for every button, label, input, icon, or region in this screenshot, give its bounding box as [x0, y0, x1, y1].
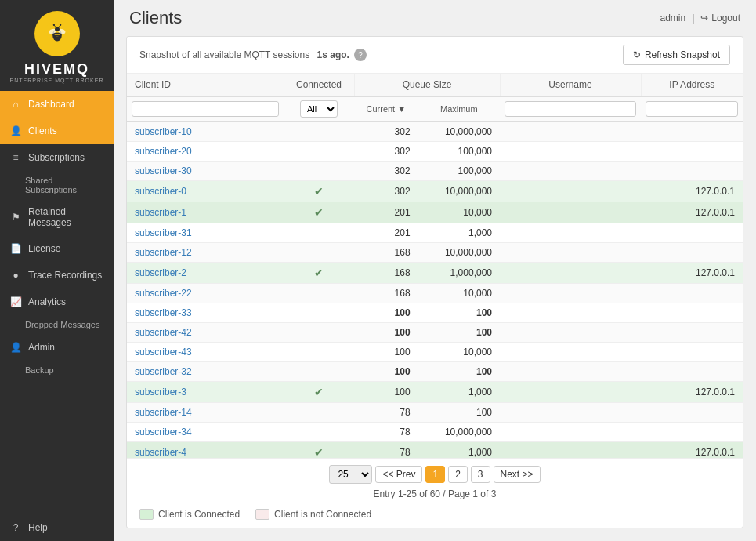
- cell-maximum: 10,000: [418, 343, 500, 362]
- cell-maximum: 1,000: [418, 442, 500, 459]
- cell-client-id[interactable]: subscriber-3: [127, 382, 284, 403]
- cell-ip: [641, 323, 743, 343]
- cell-maximum: 100: [418, 362, 500, 382]
- sidebar-item-admin[interactable]: 👤 Admin: [0, 334, 114, 361]
- table-row: subscriber-312011,000: [127, 223, 743, 243]
- table-filter-row: All Yes No Current ▼ Maximum: [127, 96, 743, 122]
- sidebar-item-backup[interactable]: Backup: [0, 361, 114, 379]
- table-row: subscriber-2✔1681,000,000127.0.0.1: [127, 263, 743, 284]
- sidebar-item-trace-recordings[interactable]: ● Trace Recordings: [0, 262, 114, 289]
- cell-maximum: 100,000: [418, 142, 500, 162]
- logout-icon: ↪: [700, 13, 708, 24]
- connected-filter-select[interactable]: All Yes No: [300, 100, 338, 118]
- cell-client-id[interactable]: subscriber-12: [127, 243, 284, 263]
- sidebar-item-license[interactable]: 📄 License: [0, 235, 114, 262]
- cell-maximum: 10,000: [418, 202, 500, 223]
- logout-button[interactable]: ↪ Logout: [700, 13, 740, 24]
- sidebar-item-subscriptions[interactable]: ≡ Subscriptions: [0, 144, 114, 171]
- cell-client-id[interactable]: subscriber-1: [127, 202, 284, 223]
- cell-connected: ✔: [284, 263, 354, 284]
- page-1-button[interactable]: 1: [425, 466, 445, 483]
- cell-connected: [284, 284, 354, 303]
- cell-username: [500, 303, 641, 323]
- cell-current: 302: [354, 162, 418, 181]
- cell-client-id[interactable]: subscriber-0: [127, 181, 284, 202]
- cell-client-id[interactable]: subscriber-32: [127, 362, 284, 382]
- cell-client-id[interactable]: subscriber-30: [127, 162, 284, 181]
- sidebar-label-admin: Admin: [28, 342, 55, 353]
- admin-label: admin: [660, 13, 685, 24]
- sidebar-label-retained-messages: Retained Messages: [28, 206, 104, 228]
- chart-icon: 📈: [9, 296, 22, 308]
- cell-username: [500, 382, 641, 403]
- connected-swatch: [139, 509, 154, 520]
- sidebar-label-backup: Backup: [25, 365, 54, 375]
- cell-username: [500, 142, 641, 162]
- client-id-filter-input[interactable]: [132, 101, 279, 117]
- cell-client-id[interactable]: subscriber-4: [127, 442, 284, 459]
- cell-client-id[interactable]: subscriber-14: [127, 403, 284, 423]
- sidebar-item-retained-messages[interactable]: ⚑ Retained Messages: [0, 199, 114, 235]
- page-2-button[interactable]: 2: [448, 466, 468, 483]
- cell-ip: [641, 303, 743, 323]
- th-connected: Connected: [284, 74, 354, 96]
- help-badge-icon[interactable]: ?: [354, 49, 367, 61]
- cell-ip: 127.0.0.1: [641, 202, 743, 223]
- sidebar-item-clients[interactable]: 👤 Clients: [0, 118, 114, 144]
- cell-client-id[interactable]: subscriber-22: [127, 284, 284, 303]
- table-row: subscriber-32100100: [127, 362, 743, 382]
- cell-connected: ✔: [284, 181, 354, 202]
- filter-ip-cell: [641, 96, 743, 122]
- cell-connected: [284, 223, 354, 243]
- sidebar-item-dashboard[interactable]: ⌂ Dashboard: [0, 91, 114, 118]
- th-username: Username: [500, 74, 641, 96]
- cell-current: 168: [354, 243, 418, 263]
- pagination-bar: 25 50 100 << Prev 1 2 3 Next >> Entry 1-…: [127, 458, 743, 506]
- refresh-snapshot-button[interactable]: ↻ Refresh Snapshot: [623, 45, 730, 65]
- logo-area: HIVEMQ ENTERPRISE MQTT BROKER: [0, 0, 114, 91]
- cell-ip: [641, 243, 743, 263]
- sidebar-item-help[interactable]: ? Help: [0, 514, 114, 541]
- next-page-button[interactable]: Next >>: [494, 466, 541, 483]
- ip-filter-input[interactable]: [646, 101, 738, 117]
- cell-ip: 127.0.0.1: [641, 263, 743, 284]
- question-icon: ?: [9, 521, 22, 534]
- username-filter-input[interactable]: [505, 101, 636, 117]
- cell-maximum: 1,000,000: [418, 263, 500, 284]
- table-row: subscriber-1✔20110,000127.0.0.1: [127, 202, 743, 223]
- checkmark-icon: ✔: [314, 267, 324, 279]
- filter-client-id-cell: [127, 96, 284, 122]
- cell-current: 201: [354, 223, 418, 243]
- cell-client-id[interactable]: subscriber-42: [127, 323, 284, 343]
- cell-client-id[interactable]: subscriber-33: [127, 303, 284, 323]
- logout-label: Logout: [711, 13, 740, 24]
- cell-client-id[interactable]: subscriber-31: [127, 223, 284, 243]
- table-row: subscriber-20302100,000: [127, 142, 743, 162]
- cell-client-id[interactable]: subscriber-10: [127, 122, 284, 142]
- sidebar-item-shared-subscriptions[interactable]: Shared Subscriptions: [0, 171, 114, 199]
- cell-current: 100: [354, 323, 418, 343]
- cell-client-id[interactable]: subscriber-34: [127, 423, 284, 442]
- sidebar-item-dropped-messages[interactable]: Dropped Messages: [0, 315, 114, 334]
- cell-maximum: 1,000: [418, 223, 500, 243]
- table-header-row: Client ID Connected Queue Size Username …: [127, 74, 743, 96]
- cell-client-id[interactable]: subscriber-2: [127, 263, 284, 284]
- cell-client-id[interactable]: subscriber-43: [127, 343, 284, 362]
- svg-rect-3: [53, 33, 60, 34]
- cell-current: 168: [354, 284, 418, 303]
- cell-connected: [284, 343, 354, 362]
- cell-connected: [284, 303, 354, 323]
- cell-current: 302: [354, 142, 418, 162]
- cell-current: 78: [354, 442, 418, 459]
- file-icon: 📄: [9, 242, 22, 255]
- cell-username: [500, 362, 641, 382]
- sidebar-item-analytics[interactable]: 📈 Analytics: [0, 289, 114, 315]
- cell-username: [500, 223, 641, 243]
- page-3-button[interactable]: 3: [471, 466, 490, 483]
- prev-page-button[interactable]: << Prev: [375, 466, 422, 483]
- users-icon: 👤: [9, 125, 22, 137]
- help-nav[interactable]: ? Help: [0, 514, 114, 541]
- page-size-select[interactable]: 25 50 100: [329, 465, 372, 484]
- cell-username: [500, 323, 641, 343]
- cell-client-id[interactable]: subscriber-20: [127, 142, 284, 162]
